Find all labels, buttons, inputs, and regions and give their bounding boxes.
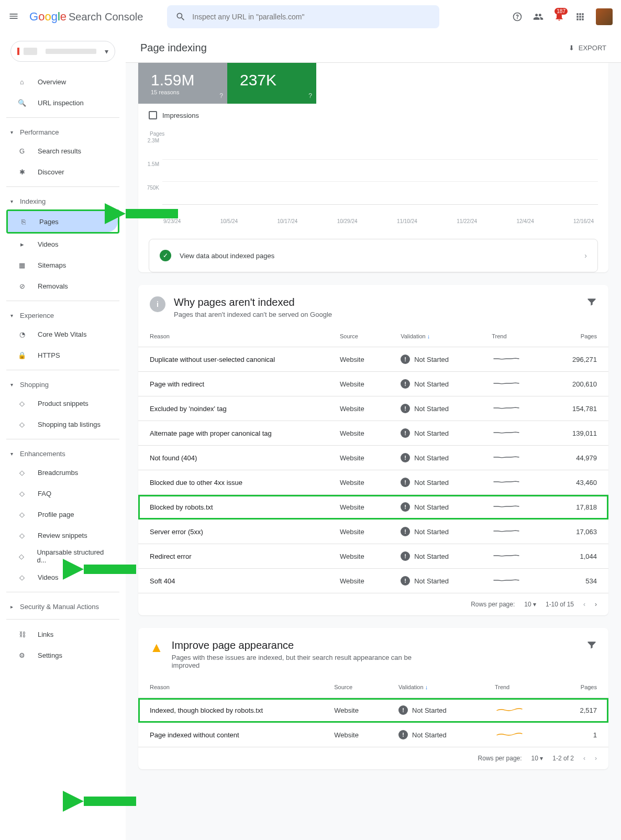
table-row[interactable]: Blocked by robots.txtWebsite!Not Started… — [138, 495, 608, 520]
links-link[interactable]: ⛓Links — [6, 624, 119, 645]
removals-link[interactable]: ⊘Removals — [6, 275, 119, 296]
table-row[interactable]: Page indexed without contentWebsite!Not … — [138, 723, 608, 747]
table-row[interactable]: Soft 404Website!Not Started534 — [138, 569, 608, 593]
notifications-count: 187 — [555, 8, 568, 15]
table-row[interactable]: Not found (404)Website!Not Started44,979 — [138, 446, 608, 470]
not-indexed-stat[interactable]: 1.59M 15 reasons ? — [138, 63, 227, 104]
why-pager: Rows per page: 10 ▾ 1-10 of 15 ‹ › — [138, 593, 608, 615]
prodsnip-link[interactable]: ◇Product snippets — [6, 393, 119, 414]
top-bar: GoogleSearch Console 187 — [0, 0, 621, 34]
table-row[interactable]: Indexed, though blocked by robots.txtWeb… — [138, 698, 608, 723]
shoplistings-link[interactable]: ◇Shopping tab listings — [6, 414, 119, 435]
search-input[interactable] — [192, 13, 431, 21]
apps-icon[interactable] — [575, 12, 585, 22]
perf-section[interactable]: ▾Performance — [6, 122, 119, 140]
table-row[interactable]: Blocked due to other 4xx issueWebsite!No… — [138, 470, 608, 495]
settings-link[interactable]: ⚙Settings — [6, 645, 119, 666]
pages-link[interactable]: ⎘Pages — [8, 211, 118, 232]
url-inspect-search[interactable] — [167, 5, 439, 28]
warning-icon: ▲ — [150, 639, 163, 656]
menu-icon[interactable] — [8, 11, 21, 23]
discover-link[interactable]: ✱Discover — [6, 161, 119, 182]
videos-link[interactable]: ▸Videos — [6, 234, 119, 255]
next-page[interactable]: › — [595, 755, 597, 762]
breadcrumbs-link[interactable]: ◇Breadcrumbs — [6, 462, 119, 483]
table-row[interactable]: Page with redirectWebsite!Not Started200… — [138, 372, 608, 396]
table-row[interactable]: Excluded by 'noindex' tagWebsite!Not Sta… — [138, 396, 608, 421]
https-link[interactable]: 🔒HTTPS — [6, 345, 119, 366]
main-content: Page indexing ⬇EXPORT 1.59M 15 reasons ?… — [126, 34, 621, 840]
shop-section[interactable]: ▾Shopping — [6, 374, 119, 393]
indexing-section[interactable]: ▾Indexing — [6, 191, 119, 209]
pages-chart: Pages 2.3M1.5M750K0 9/23/2410/5/2410/17/… — [138, 127, 608, 228]
table-row[interactable]: Alternate page with proper canonical tag… — [138, 421, 608, 446]
reviews-link[interactable]: ◇Review snippets — [6, 525, 119, 546]
prev-page[interactable]: ‹ — [583, 601, 585, 608]
why-not-indexed-card: i Why pages aren't indexed Pages that ar… — [138, 285, 608, 615]
rpp-select[interactable]: 10 ▾ — [531, 755, 544, 762]
avatar[interactable] — [596, 8, 613, 25]
indexed-pages-link[interactable]: ✓ View data about indexed pages › — [149, 239, 598, 272]
next-page[interactable]: › — [595, 601, 597, 608]
url-inspection-link[interactable]: 🔍URL inspection — [6, 92, 119, 113]
filter-icon[interactable] — [586, 296, 597, 307]
sitemaps-link[interactable]: ▦Sitemaps — [6, 255, 119, 275]
impressions-checkbox[interactable]: Impressions — [138, 104, 608, 127]
export-button[interactable]: ⬇EXPORT — [569, 44, 606, 52]
cwv-link[interactable]: ◔Core Web Vitals — [6, 324, 119, 345]
help-icon[interactable] — [512, 12, 523, 22]
enh-section[interactable]: ▾Enhancements — [6, 444, 119, 462]
rpp-select[interactable]: 10 ▾ — [524, 601, 536, 608]
people-icon[interactable] — [533, 12, 544, 22]
prev-page[interactable]: ‹ — [583, 755, 585, 762]
sidebar: ▾ ⌂Overview 🔍URL inspection ▾Performance… — [0, 34, 126, 840]
sort-icon[interactable]: ↓ — [427, 333, 430, 339]
page-title: Page indexing — [140, 42, 207, 54]
table-row[interactable]: Redirect errorWebsite!Not Started1,044 — [138, 544, 608, 569]
feedback-link[interactable]: ▣Submit feedback — [6, 833, 119, 840]
exp-section[interactable]: ▾Experience — [6, 305, 119, 324]
search-results-link[interactable]: GSearch results — [6, 140, 119, 161]
overview-link[interactable]: ⌂Overview — [6, 71, 119, 92]
security-section[interactable]: ▸Security & Manual Actions — [6, 596, 119, 615]
improve-card: ▲ Improve page appearance Pages with the… — [138, 628, 608, 769]
indexed-stat[interactable]: 237K ? — [227, 63, 316, 104]
improve-pager: Rows per page: 10 ▾ 1-2 of 2 ‹ › — [138, 747, 608, 769]
table-row[interactable]: Server error (5xx)Website!Not Started17,… — [138, 520, 608, 544]
logo[interactable]: GoogleSearch Console — [29, 10, 143, 24]
faq-link[interactable]: ◇FAQ — [6, 483, 119, 504]
property-selector[interactable]: ▾ — [10, 41, 115, 62]
filter-icon[interactable] — [586, 639, 597, 650]
profile-link[interactable]: ◇Profile page — [6, 504, 119, 525]
notifications-icon[interactable]: 187 — [554, 11, 564, 23]
info-icon: i — [150, 296, 165, 312]
table-row[interactable]: Duplicate without user-selected canonica… — [138, 347, 608, 372]
